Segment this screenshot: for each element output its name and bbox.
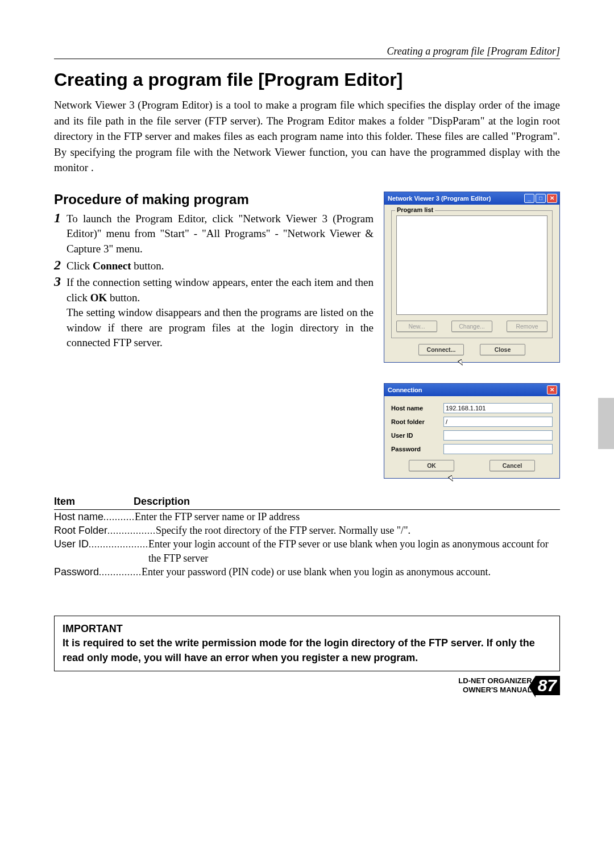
ok-button[interactable]: OK [409, 460, 454, 471]
host-name-input[interactable] [443, 403, 553, 413]
step-2-text: Click Connect button. [67, 259, 164, 274]
leader-dots: ................. [107, 525, 156, 537]
step-2b: Connect [93, 260, 131, 272]
cancel-button[interactable]: Cancel [489, 460, 535, 471]
desc-root-folder: Specify the root directory of the FTP se… [156, 524, 560, 537]
connection-dialog: Connection ✕ Host name Root folder [384, 383, 560, 479]
step-3-continuation: The setting window disappears and then t… [67, 305, 374, 351]
table-row: Password ............... Enter your pass… [54, 565, 560, 579]
desc-user-id: Enter your login account of the FTP seve… [148, 537, 560, 565]
close-button[interactable]: Close [480, 344, 525, 355]
leader-dots: ............... [99, 566, 142, 579]
close-icon[interactable]: ✕ [547, 194, 557, 203]
maximize-icon[interactable]: □ [536, 194, 546, 203]
new-button[interactable]: New... [396, 321, 437, 332]
table-header-row: Item Description [54, 496, 560, 510]
leader-dots: ..................... [89, 538, 148, 551]
step-number-2: 2 [54, 258, 67, 272]
step-2c: button. [131, 260, 164, 272]
remove-button[interactable]: Remove [507, 321, 547, 332]
root-folder-input[interactable] [443, 417, 553, 427]
user-id-input[interactable] [443, 430, 553, 441]
item-user-id: User ID [54, 537, 89, 551]
user-id-label: User ID [391, 432, 443, 439]
leader-dots: ........... [103, 511, 135, 524]
step-number-3: 3 [54, 275, 67, 288]
footer-label: LD-NET ORGANIZER OWNER'S MANUAL [458, 676, 532, 694]
th-description: Description [134, 496, 190, 508]
item-host-name: Host name [54, 510, 103, 524]
th-item: Item [54, 496, 134, 508]
item-root-folder: Root Folder [54, 524, 107, 537]
footer-subtitle: OWNER'S MANUAL [458, 686, 532, 695]
table-row: Host name ........... Enter the FTP serv… [54, 510, 560, 524]
procedure-heading: Procedure of making program [54, 192, 374, 207]
running-header: Creating a program file [Program Editor] [54, 45, 560, 59]
program-list-group: Program list New... Change... Remove [391, 210, 553, 338]
important-heading: IMPORTANT [63, 622, 551, 636]
step-1-text: To launch the Program Editor, click "Net… [67, 211, 374, 257]
step-3-text: If the connection setting window appears… [67, 275, 374, 305]
dialog-close-icon[interactable]: ✕ [547, 385, 557, 394]
connection-titlebar[interactable]: Connection ✕ [384, 384, 559, 396]
desc-host-name: Enter the FTP server name or IP address [135, 510, 560, 524]
table-row: Root Folder ................. Specify th… [54, 524, 560, 537]
program-list-label: Program list [395, 206, 435, 213]
host-name-label: Host name [391, 405, 443, 412]
ok-label: OK [427, 462, 436, 469]
step-3c: button. [107, 292, 140, 304]
connect-label: Connect... [427, 346, 456, 353]
page-footer: LD-NET ORGANIZER OWNER'S MANUAL 87 [54, 676, 560, 695]
password-input[interactable] [443, 444, 553, 454]
page-number: 87 [536, 676, 560, 695]
minimize-icon[interactable]: _ [524, 194, 534, 203]
important-note: IMPORTANT It is required to set the writ… [54, 616, 560, 671]
editor-title-text: Network Viewer 3 (Program Editor) [388, 195, 524, 202]
program-list[interactable] [396, 215, 547, 315]
table-row: User ID ..................... Enter your… [54, 537, 560, 565]
footer-product: LD-NET ORGANIZER [458, 676, 532, 686]
item-password: Password [54, 565, 99, 579]
important-body: It is required to set the write permissi… [63, 636, 551, 665]
password-label: Password [391, 446, 443, 452]
desc-password: Enter your password (PIN code) or use bl… [142, 565, 560, 579]
connect-button[interactable]: Connect... [418, 344, 464, 355]
editor-titlebar[interactable]: Network Viewer 3 (Program Editor) _ □ ✕ [384, 192, 559, 205]
step-number-1: 1 [54, 211, 67, 225]
intro-paragraph: Network Viewer 3 (Program Editor) is a t… [54, 97, 560, 176]
page-title: Creating a program file [Program Editor] [54, 69, 560, 90]
step-2a: Click [67, 260, 93, 272]
editor-window: Network Viewer 3 (Program Editor) _ □ ✕ … [384, 192, 560, 363]
root-folder-label: Root folder [391, 418, 443, 425]
page-tab-marker [598, 398, 614, 449]
step-3b: OK [90, 292, 107, 304]
change-button[interactable]: Change... [451, 321, 492, 332]
connection-title: Connection [388, 387, 547, 393]
